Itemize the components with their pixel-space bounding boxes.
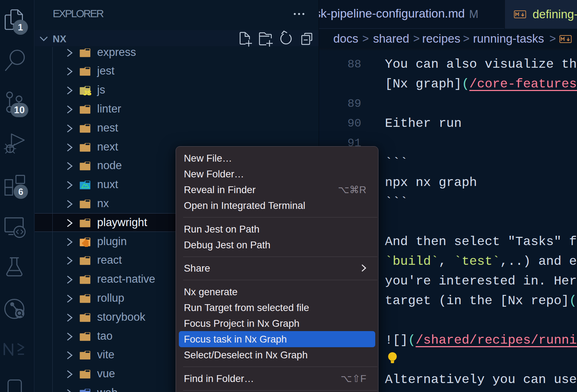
- svg-text:JS: JS: [83, 89, 91, 95]
